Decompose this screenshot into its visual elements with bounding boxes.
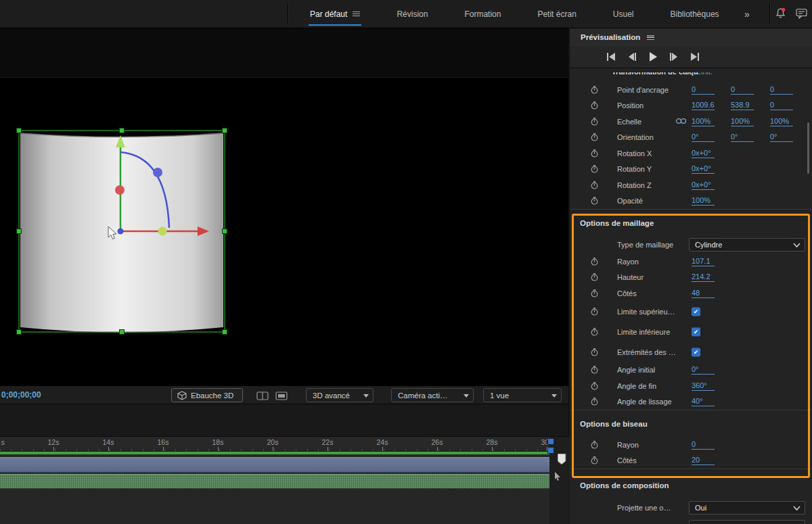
stopwatch-icon[interactable] [590, 307, 599, 316]
value[interactable]: 0° [692, 365, 715, 375]
property-label[interactable]: Rayon [617, 258, 639, 266]
value-z[interactable]: 0° [770, 133, 793, 142]
value-y[interactable]: 0° [731, 133, 754, 142]
workspace-tab-par-defaut[interactable]: Par défaut [310, 0, 360, 28]
stopwatch-icon[interactable] [590, 149, 599, 158]
value-x[interactable]: 1009.6 [692, 101, 715, 110]
value-x[interactable]: 0 [692, 85, 715, 95]
value-x[interactable]: 0° [692, 133, 715, 142]
property-label[interactable]: Rotation Z [617, 181, 652, 189]
go-to-end-button[interactable] [687, 51, 702, 63]
navigator-handle-icon[interactable] [547, 438, 554, 445]
stopwatch-icon[interactable] [590, 348, 599, 356]
workspace-menu-icon[interactable] [353, 11, 360, 16]
property-label[interactable]: Angle de fin [617, 382, 656, 390]
stopwatch-icon[interactable] [590, 165, 599, 174]
property-label[interactable]: Rotation Y [617, 165, 652, 173]
stopwatch-icon[interactable] [590, 133, 599, 142]
value[interactable]: 0 [692, 440, 715, 450]
property-label[interactable]: Rotation X [617, 149, 652, 158]
property-label[interactable]: Projette une o… [617, 504, 671, 512]
draft-3d-button[interactable]: Ebauche 3D [171, 388, 243, 402]
view-layout-icon[interactable] [254, 390, 271, 401]
value-y[interactable]: 538.9 [731, 101, 754, 110]
feedback-chat-icon[interactable] [796, 8, 808, 20]
value[interactable]: 20 [692, 456, 715, 465]
property-label[interactable]: Limite supérieu… [617, 308, 675, 316]
workspace-tab-usuel[interactable]: Usuel [613, 0, 634, 28]
property-label[interactable]: Hauteur [617, 273, 644, 281]
more-workspaces-chevron[interactable]: » [744, 9, 750, 20]
value[interactable]: 214.2 [692, 272, 715, 282]
stopwatch-icon[interactable] [590, 117, 599, 126]
stopwatch-icon[interactable] [590, 440, 599, 449]
stopwatch-icon[interactable] [590, 273, 599, 282]
value[interactable]: 48 [692, 289, 715, 298]
panel-scrollbar[interactable] [807, 122, 809, 174]
work-area-bar[interactable] [0, 452, 549, 454]
time-ruler[interactable]: s 12s 14s 16s 18s 20s 22s 24s 26s 28s 30… [0, 437, 552, 452]
value-z[interactable]: 0 [770, 101, 793, 110]
workspace-tab-bibliotheques[interactable]: Bibliothèques [671, 0, 719, 28]
timeline-layer-bar-green[interactable] [0, 474, 549, 489]
mesh-type-dropdown[interactable]: Cylindre [689, 238, 805, 252]
value-x[interactable]: 100% [692, 117, 715, 126]
panel-menu-icon[interactable] [647, 35, 654, 40]
next-frame-button[interactable] [667, 51, 681, 63]
value-z[interactable]: 0 [770, 85, 793, 95]
play-button[interactable] [646, 51, 660, 63]
navigator-handle-icon[interactable] [547, 447, 554, 454]
stopwatch-icon[interactable] [590, 257, 599, 266]
stopwatch-icon[interactable] [590, 398, 599, 406]
property-label[interactable]: Extrémités des … [617, 348, 676, 356]
checkbox-checked[interactable]: ✔ [692, 348, 700, 356]
stopwatch-icon[interactable] [590, 366, 599, 375]
casts-shadow-dropdown[interactable]: Oui [689, 501, 805, 515]
property-label[interactable]: Angle initial [617, 366, 655, 374]
go-to-start-button[interactable] [604, 51, 618, 63]
shared-view-icon[interactable] [273, 390, 290, 401]
stopwatch-icon[interactable] [590, 289, 599, 297]
stopwatch-icon[interactable] [590, 197, 599, 206]
stopwatch-icon[interactable] [590, 381, 599, 390]
property-label[interactable]: Opacité [617, 197, 643, 205]
camera-dropdown[interactable]: Caméra acti… [391, 388, 474, 402]
checkbox-checked[interactable]: ✔ [692, 327, 700, 336]
stopwatch-icon[interactable] [590, 456, 599, 465]
link-dimensions-icon[interactable] [675, 117, 687, 126]
value-y[interactable]: 100% [731, 117, 754, 126]
renderer-dropdown[interactable]: 3D avancé [306, 388, 374, 402]
property-label[interactable]: Côtés [617, 289, 637, 297]
property-label[interactable]: Rayon [617, 441, 639, 449]
value[interactable]: 0x+0° [692, 149, 715, 158]
workspace-tab-petit-ecran[interactable]: Petit écran [537, 0, 576, 28]
timeline-panel[interactable]: s 12s 14s 16s 18s 20s 22s 24s 26s 28s 30… [0, 436, 568, 524]
property-label[interactable]: Echelle [617, 118, 641, 126]
timeline-layer-bar-blue[interactable] [0, 457, 549, 473]
value[interactable]: 100% [692, 196, 715, 206]
stopwatch-icon[interactable] [590, 181, 599, 189]
workspace-tab-revision[interactable]: Révision [397, 0, 428, 28]
stopwatch-icon[interactable] [590, 101, 599, 110]
value-z[interactable]: 100% [770, 117, 793, 126]
checkbox-checked[interactable]: ✔ [692, 307, 700, 316]
timecode-display[interactable]: 0;00;00;00 [1, 390, 41, 400]
value[interactable]: 0x+0° [692, 164, 715, 174]
property-label[interactable]: Côtés [617, 456, 637, 465]
scroll-marker-handle[interactable] [558, 454, 566, 467]
reset-link[interactable]: Réinit. [692, 72, 713, 76]
value[interactable]: 107.1 [692, 257, 715, 266]
property-label[interactable]: Point d'ancrage [617, 86, 669, 94]
value-y[interactable]: 0 [731, 85, 754, 95]
value[interactable]: 0x+0° [692, 181, 715, 190]
value[interactable]: 40° [692, 397, 715, 406]
property-label[interactable]: Type de maillage [617, 241, 673, 249]
stopwatch-icon[interactable] [590, 327, 599, 336]
previous-frame-button[interactable] [625, 51, 639, 63]
view-count-dropdown[interactable]: 1 vue [483, 388, 562, 402]
property-label[interactable]: Orientation [617, 133, 654, 141]
value[interactable]: 360° [692, 381, 715, 391]
property-label[interactable]: Angle de lissage [617, 398, 672, 406]
transform-group-label[interactable]: Transformation de calqu [612, 72, 698, 76]
notifications-bell-icon[interactable] [775, 7, 786, 20]
